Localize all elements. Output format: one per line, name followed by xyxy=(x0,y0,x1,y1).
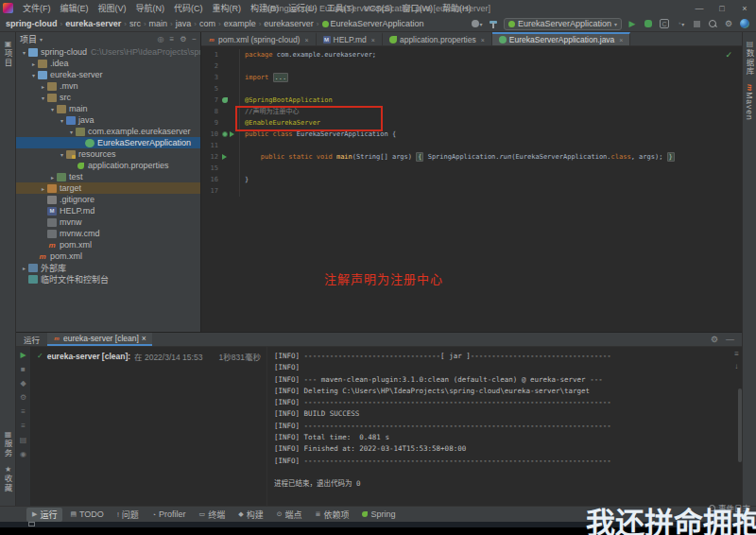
code-line[interactable]: 16} xyxy=(201,174,742,185)
tree-chevron-icon[interactable]: ▸ xyxy=(39,185,47,192)
tree-chevron-icon[interactable]: ▾ xyxy=(67,129,76,135)
stripe-project[interactable]: ▣项目 xyxy=(2,40,13,67)
run-tab[interactable]: m eureka-server [clean] × xyxy=(47,333,152,346)
maximize-button[interactable]: □ xyxy=(711,4,733,13)
run-configuration-select[interactable]: EurekaServerApplication ▾ xyxy=(504,18,622,30)
tree-chevron-icon[interactable]: ▸ xyxy=(29,60,38,67)
tree-item-pom.xml[interactable]: mpom.xml xyxy=(16,239,200,250)
code-line[interactable]: 2 xyxy=(201,60,742,72)
settings-icon[interactable]: ⚙ xyxy=(20,393,26,402)
menu-item[interactable]: 代码(C) xyxy=(169,4,208,13)
stripe-services[interactable]: ▦服务 xyxy=(2,430,13,457)
settings-gear-icon[interactable]: ⚙ xyxy=(180,35,186,43)
tree-chevron-icon[interactable]: ▾ xyxy=(20,49,28,56)
project-panel-title[interactable]: 项目 xyxy=(20,33,37,45)
soft-wrap-icon[interactable]: ≡ xyxy=(734,350,739,358)
tree-chevron-icon[interactable]: ▾ xyxy=(29,72,38,78)
toolwindow-terminal[interactable]: ▭终端 xyxy=(194,508,232,522)
run-settings-gear-icon[interactable]: ⚙ xyxy=(711,335,718,344)
tree-item-pom.xml[interactable]: mpom.xml xyxy=(16,250,200,262)
menu-item[interactable]: 帮助(H) xyxy=(438,4,476,13)
maven-result-row[interactable]: ✓ eureka-server [clean]: 在 2022/3/14 15:… xyxy=(31,350,266,362)
editor-tab[interactable]: MHELP.md× xyxy=(317,32,383,45)
code-line[interactable]: 3import ... xyxy=(201,72,742,83)
close-icon[interactable]: × xyxy=(481,37,485,43)
tree-item-.idea[interactable]: ▸.idea xyxy=(16,58,200,69)
tree-item-.gitignore[interactable]: .gitignore xyxy=(16,194,200,205)
breadcrumb-item[interactable]: java xyxy=(176,19,192,28)
build-hammer-icon[interactable] xyxy=(488,18,499,29)
menu-item[interactable]: VCS(S) xyxy=(359,4,398,13)
run-gutter-icon[interactable] xyxy=(230,131,234,137)
menu-item[interactable]: 视图(V) xyxy=(94,4,131,13)
tree-chevron-icon[interactable]: ▸ xyxy=(48,174,57,181)
breadcrumb-item[interactable]: eurekaserver xyxy=(264,19,314,28)
breadcrumb-item[interactable]: main xyxy=(149,19,168,28)
code-line[interactable]: 11 xyxy=(201,140,742,151)
console-output[interactable]: [INFO] --------------------------------[… xyxy=(267,347,742,506)
tree-item-[interactable]: 临时文件和控制台 xyxy=(16,273,200,285)
stop-icon[interactable]: ■ xyxy=(21,365,26,373)
tree-item-com.example.eurekaserver[interactable]: ▾com.example.eurekaserver xyxy=(16,126,200,137)
menu-item[interactable]: 运行(U) xyxy=(284,4,322,13)
tree-item-EurekaServerApplication[interactable]: EurekaServerApplication xyxy=(16,137,200,148)
toolwindow-problems[interactable]: !问题 xyxy=(112,508,145,522)
code-line[interactable]: 15 xyxy=(201,163,742,174)
scroll-to-end-icon[interactable]: ↓ xyxy=(734,362,739,371)
tree-item-[interactable]: ▸外部库 xyxy=(16,262,200,273)
inspections-ok-icon[interactable]: ✓ xyxy=(725,50,732,60)
code-line[interactable]: 1package com.example.eurekaserver; xyxy=(201,49,742,60)
run-gutter-icon[interactable] xyxy=(222,154,227,160)
close-icon[interactable]: × xyxy=(304,37,308,43)
chevron-down-icon[interactable]: ▾ xyxy=(40,36,43,43)
breadcrumb-item[interactable]: com xyxy=(199,19,215,28)
editor-tab[interactable]: application.properties× xyxy=(383,32,492,45)
pin-icon[interactable]: ◉ xyxy=(20,450,26,458)
code-line[interactable]: 17 xyxy=(201,185,742,197)
toolwindow-spring[interactable]: Spring xyxy=(356,509,401,520)
debug-button[interactable] xyxy=(643,18,654,29)
menu-item[interactable]: 文件(F) xyxy=(18,4,56,13)
tree-item-eureka-server[interactable]: ▾eureka-server xyxy=(16,69,200,80)
search-everywhere-icon[interactable] xyxy=(707,18,718,29)
breadcrumb-item[interactable]: eureka-server xyxy=(65,19,121,28)
tree-chevron-icon[interactable]: ▸ xyxy=(39,83,47,90)
editor-tab[interactable]: EurekaServerApplication.java× xyxy=(492,32,631,45)
tree-chevron-icon[interactable]: ▾ xyxy=(39,95,47,101)
code-with-me-icon[interactable] xyxy=(739,18,750,29)
stripe-maven[interactable]: mMaven xyxy=(745,84,754,121)
run-button[interactable]: ▶ xyxy=(627,18,638,29)
toolwindow-run[interactable]: ▶运行 xyxy=(26,508,62,522)
locate-icon[interactable]: ◎ xyxy=(158,35,164,43)
soft-wrap-icon[interactable]: ▤ xyxy=(20,436,27,444)
breadcrumb-item[interactable]: EurekaServerApplication xyxy=(331,19,424,28)
bean-gutter-icon[interactable] xyxy=(222,131,228,137)
close-button[interactable]: × xyxy=(733,4,756,13)
tree-item-.mvn[interactable]: ▸.mvn xyxy=(16,80,200,92)
menu-item[interactable]: 导航(N) xyxy=(131,4,170,13)
coverage-button[interactable]: C xyxy=(659,18,670,29)
close-icon[interactable]: × xyxy=(142,334,146,343)
hide-panel-icon[interactable]: — xyxy=(726,335,734,344)
settings-gear-icon[interactable]: ⚙ xyxy=(723,18,734,29)
toolwindow-todo[interactable]: ▤TODO xyxy=(64,509,109,520)
close-icon[interactable]: × xyxy=(619,37,623,43)
spring-gutter-icon[interactable] xyxy=(222,97,228,103)
editor-tab[interactable]: mpom.xml (spring-cloud)× xyxy=(201,32,317,45)
tree-chevron-icon[interactable]: ▸ xyxy=(20,265,28,271)
collapse-all-icon[interactable]: ≡ xyxy=(21,422,26,430)
tree-item-application.properties[interactable]: application.properties xyxy=(16,160,200,171)
expand-all-icon[interactable]: ≡ xyxy=(21,407,26,416)
menu-item[interactable]: 窗口(W) xyxy=(398,4,438,13)
toolwindow-endpoints[interactable]: ⊙端点 xyxy=(271,508,308,522)
collapse-all-icon[interactable]: ≡ xyxy=(169,35,174,43)
tree-item-mvnw[interactable]: mvnw xyxy=(16,216,200,228)
tree-item-HELP.md[interactable]: MHELP.md xyxy=(16,205,200,216)
code-editor[interactable]: 1package com.example.eurekaserver;2 3imp… xyxy=(201,46,742,332)
tree-item-main[interactable]: ▾main xyxy=(16,103,200,114)
stop-button[interactable] xyxy=(691,18,702,29)
breadcrumb-item[interactable]: src xyxy=(129,19,141,28)
menu-item[interactable]: 重构(R) xyxy=(208,4,247,13)
tree-item-spring-cloud[interactable]: ▾spring-cloudC:\Users\HP\IdeaProjects\sp… xyxy=(16,46,200,58)
toolwindow-dependencies[interactable]: ≣依赖项 xyxy=(310,508,355,522)
